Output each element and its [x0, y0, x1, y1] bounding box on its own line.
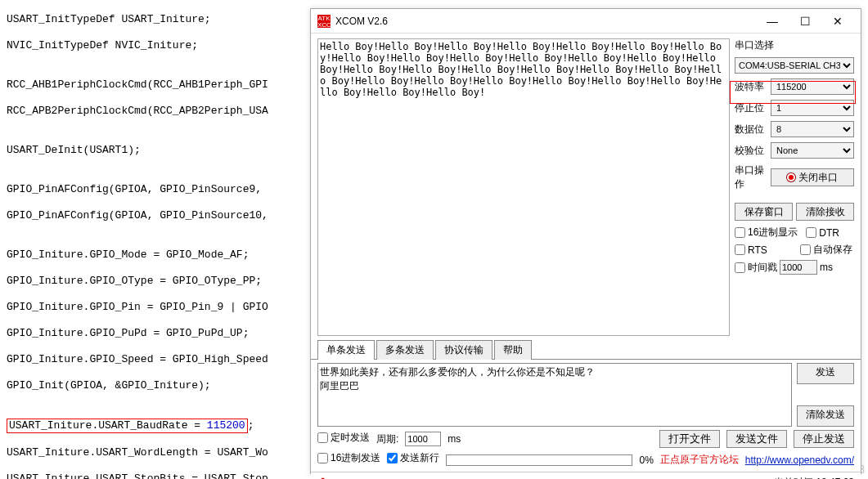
parity-label: 校验位	[735, 144, 771, 158]
app-icon: ATKXCOM	[317, 15, 331, 28]
clear-send-button[interactable]: 清除发送	[797, 405, 854, 427]
close-button[interactable]: ✕	[821, 10, 854, 33]
hex-display-checkbox[interactable]: 16进制显示	[735, 226, 798, 239]
period-input[interactable]	[405, 432, 441, 446]
autosave-checkbox[interactable]: 自动保存	[800, 243, 852, 257]
serial-config-panel: 串口选择 COM4:USB-SERIAL CH340 波特率 115200 停止…	[733, 34, 861, 338]
timestamp-label: 时间戳	[748, 261, 777, 275]
window-title: XCOM V2.6	[335, 16, 756, 27]
progress-bar	[446, 454, 632, 466]
send-textarea[interactable]: 世界如此美好，还有那么多爱你的人，为什么你还是不知足呢？ 阿里巴巴	[317, 363, 792, 427]
send-file-button[interactable]: 发送文件	[726, 430, 787, 448]
hex-send-checkbox[interactable]: 16进制发送	[317, 451, 380, 465]
port-label: 串口选择	[735, 38, 854, 52]
timed-send-checkbox[interactable]: 定时发送	[317, 431, 370, 445]
serial-op-label: 串口操作	[735, 163, 771, 191]
save-window-button[interactable]: 保存窗口	[735, 203, 793, 221]
minimize-button[interactable]: —	[756, 10, 789, 33]
period-unit: ms	[447, 433, 461, 445]
period-label: 周期:	[376, 432, 398, 446]
tab-protocol[interactable]: 协议传输	[435, 340, 492, 360]
status-time: 当前时间 18:47:03	[774, 476, 854, 479]
code-editor: USART_InitTypeDef USART_Initure; NVIC_In…	[7, 0, 309, 479]
forum-text: 正点原子官方论坛	[660, 453, 739, 467]
rts-checkbox[interactable]: RTS	[735, 243, 792, 257]
status-bar: ✿ www.openedv.com S:0 R:408 CTS=0 DSR=0 …	[311, 472, 861, 479]
maximize-button[interactable]: ☐	[789, 10, 821, 33]
receive-textarea[interactable]: Hello Boy!Hello Boy!Hello Boy!Hello Boy!…	[317, 38, 730, 336]
progress-percent: 0%	[639, 454, 653, 466]
clear-recv-button[interactable]: 清除接收	[796, 203, 854, 221]
open-file-button[interactable]: 打开文件	[659, 430, 720, 448]
send-tabs: 单条发送 多条发送 协议传输 帮助	[311, 339, 861, 360]
ms-label: ms	[820, 262, 833, 273]
xcom-window: ATKXCOM XCOM V2.6 — ☐ ✕ Hello Boy!Hello …	[310, 8, 861, 474]
timestamp-interval-input[interactable]	[780, 260, 817, 275]
databit-select[interactable]: 8	[771, 121, 854, 137]
send-newline-checkbox[interactable]: 发送新行	[387, 451, 439, 465]
forum-link[interactable]: http://www.openedv.com/	[745, 454, 854, 466]
titlebar[interactable]: ATKXCOM XCOM V2.6 — ☐ ✕	[311, 9, 861, 34]
close-port-button[interactable]: 关闭串口	[771, 168, 854, 186]
baud-line-highlight: USART_Initure.USART_BaudRate = 115200	[7, 419, 248, 433]
tab-help[interactable]: 帮助	[494, 340, 532, 360]
dtr-checkbox[interactable]: DTR	[806, 226, 839, 239]
databit-label: 数据位	[735, 123, 771, 137]
tab-single-send[interactable]: 单条发送	[317, 340, 375, 360]
stop-send-button[interactable]: 停止发送	[794, 430, 854, 448]
send-button[interactable]: 发送	[797, 363, 854, 384]
port-select[interactable]: COM4:USB-SERIAL CH340	[735, 57, 854, 74]
tab-multi-send[interactable]: 多条发送	[376, 340, 434, 360]
baud-highlight-box	[730, 81, 856, 104]
parity-select[interactable]: None	[771, 142, 854, 159]
record-icon	[787, 173, 795, 181]
timestamp-checkbox[interactable]	[735, 262, 745, 273]
gear-icon[interactable]: ✿	[317, 475, 328, 479]
